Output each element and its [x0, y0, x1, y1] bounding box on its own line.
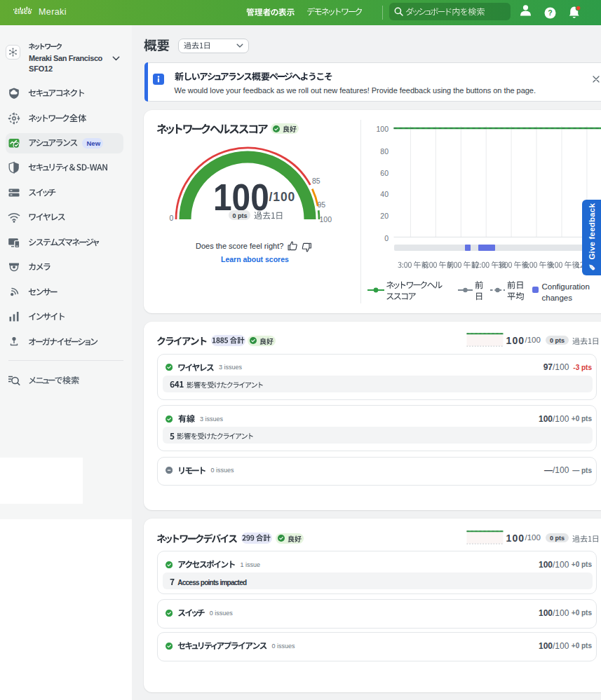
svg-text:?: ? [548, 8, 552, 17]
